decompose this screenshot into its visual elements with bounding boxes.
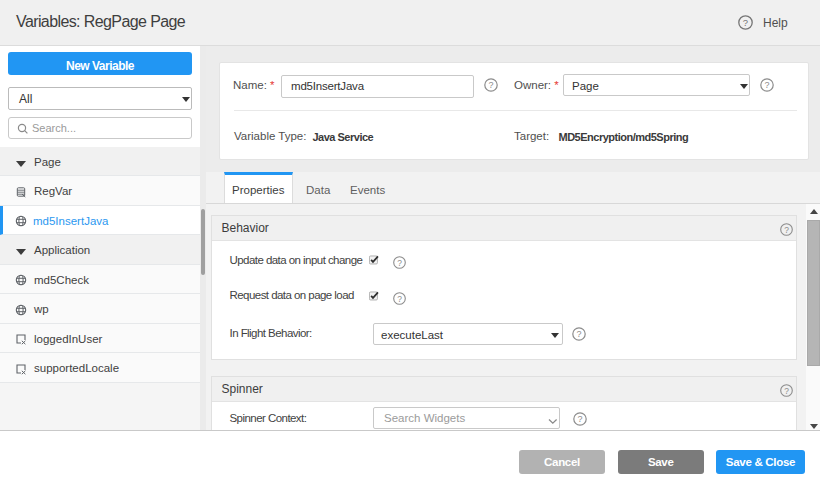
- svg-text:?: ?: [784, 225, 789, 235]
- svg-text:?: ?: [397, 257, 402, 267]
- svg-text:?: ?: [577, 414, 582, 424]
- svg-text:?: ?: [743, 17, 748, 28]
- svg-text:?: ?: [764, 80, 769, 90]
- svg-text:?: ?: [488, 80, 493, 90]
- svg-text:?: ?: [576, 329, 581, 339]
- svg-text:?: ?: [397, 293, 402, 303]
- svg-text:?: ?: [784, 386, 789, 396]
